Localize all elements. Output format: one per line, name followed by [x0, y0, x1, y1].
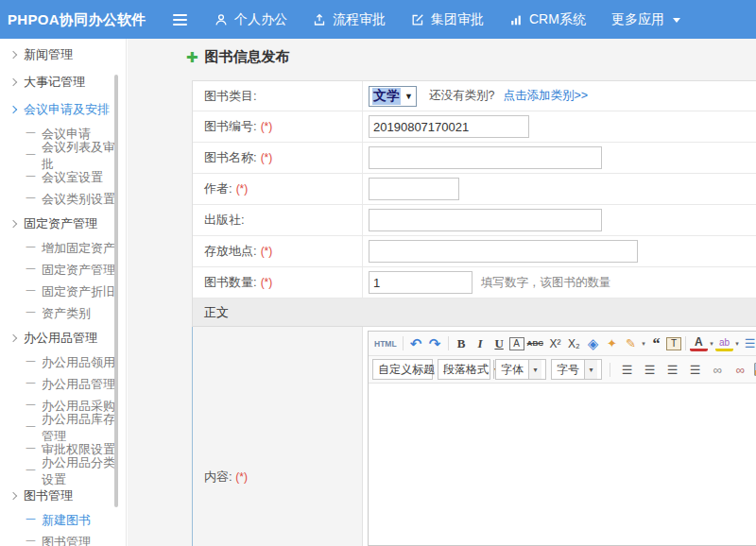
dash-bullet-icon: 一 [26, 355, 36, 369]
sidebar-item-label: 大事记管理 [24, 74, 85, 91]
book-number-input[interactable] [369, 115, 529, 138]
font-color-icon[interactable]: A [690, 336, 708, 351]
blockquote-icon[interactable]: “ [647, 334, 665, 352]
sidebar-item-asset-add[interactable]: 一 增加固定资产 [0, 237, 126, 259]
sidebar-item-news[interactable]: 一 新闻管理 [0, 41, 126, 68]
form-row: 作者: (*) [193, 174, 756, 205]
eraser-icon[interactable]: ◈ [584, 334, 602, 352]
superscript-icon[interactable]: X² [546, 334, 564, 352]
category-select-value: 文学 [372, 88, 401, 105]
sidebar-item-book-new[interactable]: 一 新建图书 [0, 509, 126, 531]
sidebar-item-label: 会议列表及审批 [42, 139, 126, 173]
form-row: 图书数量: (*) 填写数字，该图书的数量 [193, 267, 756, 299]
sidebar-item-meeting-list[interactable]: 一 会议列表及审批 [0, 145, 126, 166]
book-name-input[interactable] [369, 146, 602, 169]
paste-text-icon[interactable]: T [666, 337, 681, 350]
author-input[interactable] [369, 178, 459, 200]
nav-crm-system[interactable]: CRM系统 [509, 11, 586, 28]
select-arrow-icon: ▼ [404, 92, 413, 101]
sidebar-scrollbar[interactable] [114, 75, 118, 507]
insert-link-icon[interactable]: ∞ [709, 361, 727, 379]
caret-down-icon [673, 18, 680, 26]
paint-format-caret-icon[interactable]: ▾ [641, 334, 646, 352]
topbar: PHPOA协同办公软件 个人办公 流程审批 [0, 0, 756, 39]
sidebar-item-meeting-category[interactable]: 一 会议类别设置 [0, 188, 126, 210]
italic-icon[interactable]: I [472, 334, 490, 352]
field-label: 图书数量: [204, 274, 257, 291]
strikethrough-icon[interactable]: ABC [525, 334, 545, 352]
paragraph-format-select[interactable]: 段落格式 ▾ [438, 359, 490, 380]
toolbar-separator[interactable] [403, 336, 404, 350]
field-label: 存放地点: [204, 243, 257, 260]
sidebar-item-supplies-stock[interactable]: 一 办公用品库存管理 [0, 417, 126, 438]
underline-icon[interactable]: U [490, 334, 508, 352]
font-family-select[interactable]: 字体 ▾ [495, 359, 546, 380]
align-right-icon[interactable]: ☰ [663, 361, 681, 379]
required-mark: (*) [236, 182, 249, 196]
body-section-bar: 正文 [193, 299, 756, 327]
dropdown-arrow-icon: ▾ [584, 360, 597, 379]
sidebar-item-meeting[interactable]: 一 会议申请及安排 [0, 95, 126, 123]
ordered-list-icon[interactable]: ☰ [741, 334, 756, 352]
required-mark: (*) [261, 120, 273, 133]
highlight-color-icon[interactable]: ab [715, 336, 733, 351]
dash-bullet-icon: 一 [26, 192, 36, 206]
nav-personal-office[interactable]: 个人办公 [215, 11, 287, 28]
sidebar-item-supplies-manage[interactable]: 一 办公用品管理 [0, 373, 126, 395]
add-plus-icon: ✚ [186, 49, 198, 66]
font-style-box-icon[interactable]: A [509, 337, 524, 350]
nav-more-apps[interactable]: 更多应用 [611, 11, 680, 28]
redo-icon[interactable]: ↷ [426, 334, 444, 352]
sidebar-item-label: 办公用品分类设置 [42, 454, 126, 488]
edit-square-icon [411, 13, 424, 26]
category-select[interactable]: 文学 ▼ [369, 86, 417, 107]
html-source-button[interactable]: HTML [372, 334, 399, 352]
top-nav: 个人办公 流程审批 集团审批 CRM系统 [215, 0, 680, 39]
dropdown-arrow-icon: ▾ [528, 360, 541, 379]
sidebar-item-supplies-category[interactable]: 一 办公用品分类设置 [0, 460, 126, 482]
bold-icon[interactable]: B [453, 334, 471, 352]
sidebar-item-label: 办公用品领用 [42, 354, 115, 371]
sidebar-item-asset-depreciation[interactable]: 一 固定资产折旧 [0, 281, 126, 302]
align-justify-icon[interactable]: ☰ [686, 361, 704, 379]
align-left-icon[interactable]: ☰ [618, 361, 636, 379]
nav-group-approval[interactable]: 集团审批 [411, 11, 484, 28]
dash-bullet-icon: 一 [26, 442, 36, 456]
publisher-input[interactable] [369, 209, 602, 231]
dash-bullet-icon: 一 [26, 535, 36, 546]
align-center-icon[interactable]: ☰ [641, 361, 659, 379]
custom-title-select[interactable]: 自定义标题 ▾ [372, 359, 433, 380]
sidebar-item-memorabilia[interactable]: 一 大事记管理 [0, 68, 126, 95]
toolbar-separator[interactable] [448, 336, 449, 350]
highlight-color-caret-icon[interactable]: ▾ [734, 334, 740, 352]
subscript-icon[interactable]: X₂ [565, 334, 583, 352]
dash-bullet-icon: 一 [26, 420, 36, 435]
sidebar-item-label: 固定资产折旧 [42, 283, 115, 300]
remove-link-icon[interactable]: ∞ [731, 361, 749, 379]
field-hint: 填写数字，该图书的数量 [481, 275, 611, 291]
sidebar-item-book-manage[interactable]: 一 图书管理 [0, 531, 126, 546]
sidebar-item-supplies[interactable]: 一 办公用品管理 [0, 324, 126, 351]
add-category-link[interactable]: 点击添加类别>> [503, 88, 588, 104]
quantity-input[interactable] [369, 271, 472, 294]
sidebar-item-label: 新闻管理 [24, 46, 73, 63]
font-size-select[interactable]: 字号 ▾ [551, 359, 602, 380]
editor-content-area[interactable] [369, 384, 756, 545]
location-input[interactable] [369, 240, 638, 263]
toolbar-separator[interactable] [685, 336, 686, 350]
sidebar-item-label: 会议类别设置 [42, 191, 115, 208]
app-logo: PHPOA协同办公软件 [8, 0, 146, 39]
sidebar-item-assets[interactable]: 一 固定资产管理 [0, 210, 126, 237]
dash-bullet-icon: 一 [26, 513, 36, 527]
sidebar-item-label: 增加固定资产 [42, 240, 115, 257]
sidebar-item-asset-manage[interactable]: 一 固定资产管理 [0, 259, 126, 281]
sidebar-item-supplies-use[interactable]: 一 办公用品领用 [0, 351, 126, 373]
paint-format-icon[interactable]: ✎ [622, 334, 640, 352]
sidebar-item-asset-category[interactable]: 一 资产类别 [0, 302, 126, 324]
sidebar-item-label: 图书管理 [42, 534, 91, 546]
undo-icon[interactable]: ↶ [407, 334, 425, 352]
clear-format-icon[interactable]: ✦ [603, 334, 621, 352]
menu-toggle-icon[interactable] [173, 14, 187, 28]
nav-workflow-approval[interactable]: 流程审批 [313, 11, 386, 28]
font-color-caret-icon[interactable]: ▾ [709, 334, 714, 352]
